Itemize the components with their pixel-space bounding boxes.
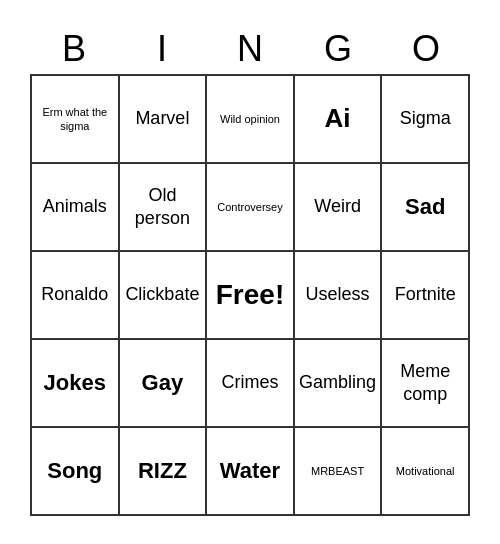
cell-text-7: Controversey: [217, 200, 282, 214]
cell-text-22: Water: [220, 457, 280, 486]
bingo-cell-14: Fortnite: [382, 252, 470, 340]
cell-text-20: Song: [47, 457, 102, 486]
bingo-cell-15: Jokes: [32, 340, 120, 428]
cell-text-5: Animals: [43, 195, 107, 218]
bingo-cell-17: Crimes: [207, 340, 295, 428]
bingo-cell-11: Clickbate: [120, 252, 208, 340]
bingo-cell-3: Ai: [295, 76, 383, 164]
cell-text-10: Ronaldo: [41, 283, 108, 306]
bingo-grid: Erm what the sigmaMarvelWild opinionAiSi…: [30, 74, 470, 516]
bingo-letter-b: B: [30, 28, 118, 70]
bingo-letter-n: N: [206, 28, 294, 70]
cell-text-15: Jokes: [44, 369, 106, 398]
cell-text-19: Meme comp: [386, 360, 464, 407]
bingo-cell-19: Meme comp: [382, 340, 470, 428]
bingo-cell-4: Sigma: [382, 76, 470, 164]
bingo-cell-1: Marvel: [120, 76, 208, 164]
cell-text-2: Wild opinion: [220, 112, 280, 126]
bingo-cell-8: Weird: [295, 164, 383, 252]
bingo-card: BINGO Erm what the sigmaMarvelWild opini…: [20, 18, 480, 526]
bingo-letter-i: I: [118, 28, 206, 70]
cell-text-3: Ai: [325, 102, 351, 136]
bingo-cell-12: Free!: [207, 252, 295, 340]
bingo-cell-0: Erm what the sigma: [32, 76, 120, 164]
cell-text-16: Gay: [142, 369, 184, 398]
bingo-letter-o: O: [382, 28, 470, 70]
bingo-cell-13: Useless: [295, 252, 383, 340]
bingo-cell-21: RIZZ: [120, 428, 208, 516]
bingo-cell-18: Gambling: [295, 340, 383, 428]
bingo-header: BINGO: [30, 28, 470, 70]
cell-text-12: Free!: [216, 277, 284, 313]
cell-text-18: Gambling: [299, 371, 376, 394]
bingo-cell-9: Sad: [382, 164, 470, 252]
bingo-cell-22: Water: [207, 428, 295, 516]
bingo-cell-24: Motivational: [382, 428, 470, 516]
cell-text-8: Weird: [314, 195, 361, 218]
bingo-cell-10: Ronaldo: [32, 252, 120, 340]
bingo-letter-g: G: [294, 28, 382, 70]
cell-text-11: Clickbate: [125, 283, 199, 306]
bingo-cell-23: MRBEAST: [295, 428, 383, 516]
cell-text-14: Fortnite: [395, 283, 456, 306]
cell-text-23: MRBEAST: [311, 464, 364, 478]
bingo-cell-2: Wild opinion: [207, 76, 295, 164]
cell-text-6: Old person: [124, 184, 202, 231]
cell-text-4: Sigma: [400, 107, 451, 130]
cell-text-24: Motivational: [396, 464, 455, 478]
cell-text-1: Marvel: [135, 107, 189, 130]
bingo-cell-6: Old person: [120, 164, 208, 252]
bingo-cell-5: Animals: [32, 164, 120, 252]
cell-text-17: Crimes: [221, 371, 278, 394]
cell-text-21: RIZZ: [138, 457, 187, 486]
cell-text-13: Useless: [306, 283, 370, 306]
bingo-cell-7: Controversey: [207, 164, 295, 252]
cell-text-0: Erm what the sigma: [36, 105, 114, 134]
bingo-cell-16: Gay: [120, 340, 208, 428]
bingo-cell-20: Song: [32, 428, 120, 516]
cell-text-9: Sad: [405, 193, 445, 222]
